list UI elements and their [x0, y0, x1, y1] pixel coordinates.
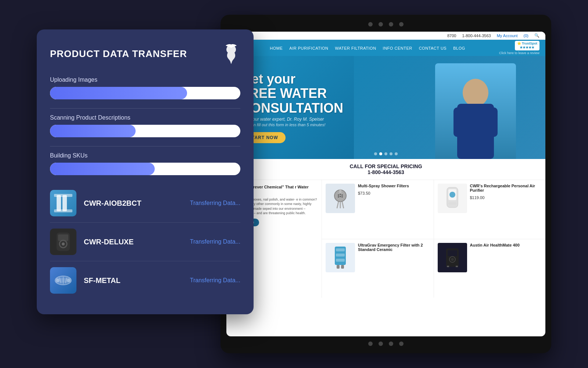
trust-link[interactable]: Click here to leave a review — [499, 51, 539, 55]
product-name: CWR's Rechargeable Personal Air Purifier — [470, 184, 542, 192]
svg-point-10 — [340, 196, 341, 197]
svg-point-11 — [341, 196, 343, 198]
nav-info-center[interactable]: INFO CENTER — [383, 46, 412, 50]
nav-blog[interactable]: BLOG — [453, 46, 465, 50]
product-list-item-2: CWR-DELUXE Transferring Data... — [50, 223, 240, 261]
svg-rect-30 — [456, 266, 458, 267]
nav-air-purification[interactable]: AIR PURIFICATION — [289, 46, 328, 50]
svg-rect-2 — [453, 107, 465, 137]
svg-rect-24 — [341, 265, 344, 269]
svg-point-28 — [451, 258, 454, 261]
hero-person-image — [435, 63, 516, 159]
product-card-ultragrav: UltraGrav Emergency Filter with 2 Standa… — [322, 239, 434, 298]
site-header-top: 8700 1-800-444-3563 My Account (0) 🔍 — [226, 32, 545, 40]
hero-dot-active — [379, 152, 382, 155]
hero-text: Get your FREE WATER CONSULTATION From ou… — [241, 72, 343, 144]
filter-svg — [329, 245, 351, 270]
tablet-dot — [368, 342, 373, 346]
product-sku-2: CWR-DELUXE — [84, 238, 183, 246]
trust-badge: ⭐ TrustSpot★★★★★ — [515, 41, 540, 50]
products-grid: Multi-Spray Shower Filters $73.50 — [322, 180, 545, 298]
tablet-dot — [368, 22, 373, 26]
product-data-transfer-panel: PRODUCT DATA TRANSFER Uploading Images S… — [37, 29, 254, 314]
product-sku-1: CWR-AIOB2BCT — [84, 199, 183, 208]
product-name: Multi-Spray Shower Filters — [358, 184, 409, 188]
building-skus-label: Building SKUs — [50, 152, 240, 159]
panel-header: PRODUCT DATA TRANSFER — [50, 43, 240, 65]
special-pricing-section: CALL FOR SPECIAL PRICING 1-800-444-3563 — [226, 159, 545, 180]
svg-line-14 — [342, 202, 344, 208]
uploading-images-section: Uploading Images — [50, 77, 240, 99]
hero-dot — [384, 152, 387, 155]
phone-full: 1-800-444-3563 — [462, 33, 491, 38]
svg-point-0 — [463, 79, 488, 107]
product-list-item-3: SF-METAL Transferring Data... — [50, 261, 240, 300]
product-image-shower — [326, 184, 355, 213]
divider-2 — [50, 146, 240, 146]
transfer-status-2: Transferring Data... — [190, 238, 240, 245]
hero-expert: From our water expert, Dr. Roy M. Speise… — [241, 117, 343, 122]
product-price: $119.00 — [470, 195, 485, 200]
my-account-link[interactable]: My Account — [497, 33, 518, 38]
special-pricing-title: CALL FOR SPECIAL PRICING — [231, 163, 541, 169]
svg-rect-34 — [54, 209, 72, 212]
scanning-descriptions-progress-bg — [50, 125, 240, 137]
svg-rect-20 — [336, 248, 345, 251]
svg-rect-21 — [336, 254, 345, 256]
product-list-item-1: CWR-AIOB2BCT Transferring Data... — [50, 184, 240, 223]
product-card-purifier: CWR's Rechargeable Personal Air Purifier… — [434, 180, 546, 239]
cart-link[interactable]: (0) — [524, 33, 528, 38]
svg-point-41 — [56, 279, 60, 282]
tablet-dots-bottom — [368, 342, 404, 346]
product-card-austin-air: Austin Air HealthMate 400 — [434, 239, 546, 298]
product-thumb-metal — [50, 267, 76, 294]
product-name: Austin Air HealthMate 400 — [470, 243, 520, 247]
tablet-dots-top — [368, 22, 404, 26]
building-skus-progress-fill — [50, 163, 155, 175]
uploading-images-progress-bg — [50, 87, 240, 99]
product-thumb-water-filter — [50, 190, 76, 216]
svg-point-9 — [338, 196, 339, 198]
product-image-purifier — [438, 184, 467, 213]
svg-rect-5 — [339, 189, 341, 194]
scanning-descriptions-progress-fill — [50, 125, 136, 137]
product-thumb-air-purifier — [50, 229, 76, 255]
product-image-air — [438, 243, 467, 272]
bottom-section: e of the "Forever Chemical" That r Water… — [226, 180, 545, 298]
search-icon[interactable]: 🔍 — [534, 33, 539, 38]
svg-point-8 — [341, 194, 343, 196]
svg-rect-26 — [448, 250, 457, 256]
nav-home[interactable]: HOME — [270, 46, 283, 50]
product-sku-3: SF-METAL — [84, 276, 183, 285]
hero-dots — [374, 152, 398, 155]
hero-dot — [374, 152, 377, 155]
product-info-purifier: CWR's Rechargeable Personal Air Purifier… — [470, 184, 542, 201]
svg-rect-22 — [336, 259, 345, 262]
uploading-images-label: Uploading Images — [50, 77, 240, 83]
nav-links: HOME AIR PURIFICATION WATER FILTRATION I… — [270, 45, 465, 51]
product-info-austin-air: Austin Air HealthMate 400 — [470, 243, 520, 249]
building-skus-progress-bg — [50, 163, 240, 175]
product-name: UltraGrav Emergency Filter with 2 Standa… — [358, 243, 430, 252]
tablet-dot — [399, 342, 404, 346]
svg-point-38 — [62, 243, 65, 245]
hero-dot — [395, 152, 398, 155]
tablet-frame: 8700 1-800-444-3563 My Account (0) 🔍 R H… — [220, 15, 551, 353]
product-info-shower: Multi-Spray Shower Filters $73.50 — [358, 184, 409, 196]
scanning-descriptions-section: Scanning Product Descriptions — [50, 114, 240, 137]
svg-rect-3 — [487, 107, 498, 137]
nav-water-filtration[interactable]: WATER FILTRATION — [335, 46, 376, 50]
purifier-svg — [443, 185, 462, 211]
divider-1 — [50, 108, 240, 109]
nav-contact-us[interactable]: CONTACT US — [419, 46, 447, 50]
product-price: $73.50 — [358, 191, 370, 195]
tablet-screen: 8700 1-800-444-3563 My Account (0) 🔍 R H… — [226, 32, 545, 336]
tablet-dot — [389, 342, 393, 346]
svg-rect-23 — [337, 265, 340, 269]
transfer-status-1: Transferring Data... — [190, 200, 240, 206]
svg-point-17 — [449, 192, 455, 198]
svg-rect-33 — [54, 194, 72, 197]
svg-point-7 — [340, 194, 341, 195]
hero-dot — [390, 152, 392, 155]
uploading-images-progress-fill — [50, 87, 187, 99]
